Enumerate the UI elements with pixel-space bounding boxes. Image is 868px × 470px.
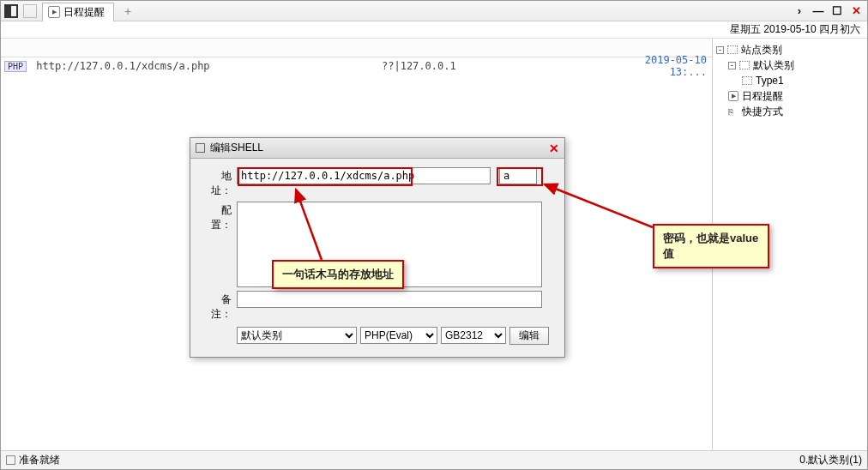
tree-schedule[interactable]: 日程提醒 — [716, 88, 864, 104]
maximize-button[interactable]: ☐ — [829, 4, 845, 18]
tree-label: 日程提醒 — [742, 89, 783, 104]
date-text: 星期五 2019-05-10 四月初六 — [730, 22, 860, 37]
list-header — [1, 39, 712, 57]
address-label: 地址： — [202, 167, 237, 198]
app-icon — [4, 4, 18, 18]
close-button[interactable]: ✕ — [848, 4, 864, 18]
tree-type1[interactable]: Type1 — [716, 73, 864, 88]
dialog-titlebar[interactable]: 编辑SHELL ✕ — [190, 138, 564, 159]
address-annotation: 一句话木马的存放地址 — [272, 260, 404, 289]
address-input[interactable] — [237, 167, 491, 184]
link-icon: ⎘ — [728, 107, 738, 116]
dialog-title: 编辑SHELL — [210, 141, 263, 155]
charset-select[interactable]: GB2312 — [441, 327, 506, 344]
password-input[interactable] — [499, 167, 537, 184]
status-right: 0.默认类别(1) — [799, 453, 862, 467]
tree-label: Type1 — [756, 75, 784, 87]
tree-shortcut[interactable]: ⎘ 快捷方式 — [716, 104, 864, 119]
blank-tab-icon[interactable] — [23, 4, 37, 18]
main-content: PHP http://127.0.0.1/xdcms/a.php ??|127.… — [1, 39, 713, 450]
edit-shell-dialog: 编辑SHELL ✕ 地址： 配置： 备注： 默认类别 — [190, 137, 565, 358]
tab-label: 日程提醒 — [63, 5, 105, 20]
row-url: http://127.0.0.1/xdcms/a.php — [36, 60, 209, 72]
shell-list-row[interactable]: PHP http://127.0.0.1/xdcms/a.php ??|127.… — [1, 57, 712, 75]
row-ip: ??|127.0.0.1 — [382, 60, 622, 72]
row-time: 2019-05-10 13:... — [622, 54, 712, 78]
dialog-close-button[interactable]: ✕ — [549, 142, 559, 155]
chevron-right-icon[interactable]: › — [792, 4, 807, 18]
dialog-icon — [196, 143, 205, 153]
collapse-icon[interactable]: - — [728, 62, 736, 69]
folder-icon — [739, 61, 750, 69]
date-bar: 星期五 2019-05-10 四月初六 — [1, 21, 867, 39]
folder-icon — [742, 76, 752, 85]
tree-root-label: 站点类别 — [741, 43, 782, 57]
status-icon — [6, 455, 15, 465]
password-annotation: 密码，也就是value值 — [653, 224, 769, 268]
folder-icon — [727, 45, 738, 54]
status-ready: 准备就绪 — [19, 453, 60, 467]
collapse-icon[interactable]: - — [716, 46, 724, 54]
config-label: 配置： — [202, 202, 237, 232]
remark-label: 备注： — [202, 291, 237, 322]
remark-input[interactable] — [237, 291, 542, 308]
tree-label: 快捷方式 — [742, 105, 783, 119]
edit-button[interactable]: 编辑 — [509, 327, 549, 345]
tab-schedule[interactable]: ▶ 日程提醒 — [42, 3, 114, 21]
php-badge: PHP — [4, 61, 27, 72]
play-icon — [728, 91, 738, 101]
minimize-button[interactable]: — — [811, 4, 826, 18]
play-icon: ▶ — [48, 6, 60, 18]
tree-default-category[interactable]: - 默认类别 — [716, 57, 864, 73]
category-select[interactable]: 默认类别 — [237, 327, 357, 344]
tree-root[interactable]: - 站点类别 — [716, 42, 864, 57]
tree-label: 默认类别 — [753, 58, 794, 73]
statusbar: 准备就绪 0.默认类别(1) — [1, 450, 867, 469]
titlebar: ▶ 日程提醒 + › — ☐ ✕ — [1, 1, 867, 21]
script-type-select[interactable]: PHP(Eval) — [360, 327, 437, 344]
new-tab-button[interactable]: + — [119, 4, 136, 18]
